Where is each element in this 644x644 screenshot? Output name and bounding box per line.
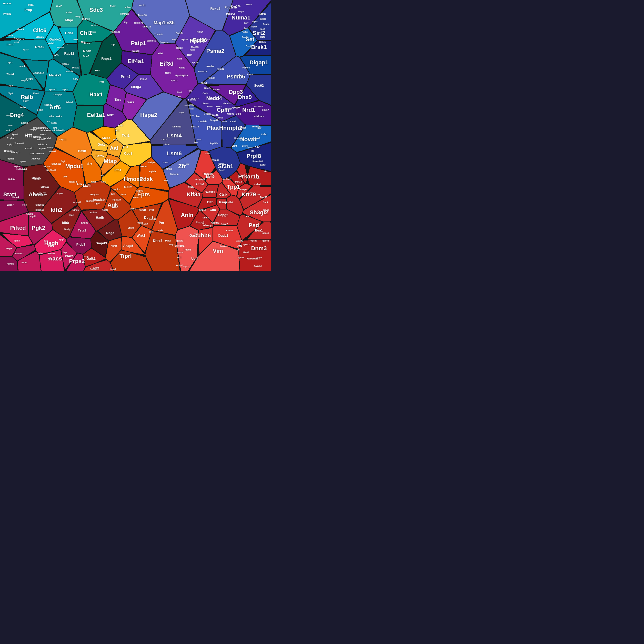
- label-vim: Vim: [213, 248, 223, 254]
- label-hmox2: Hmox2: [124, 176, 143, 182]
- extra-label-h2ke6: H2-Ke6: [3, 2, 11, 5]
- extra-label-ogt: Ogt: [61, 160, 65, 163]
- extra-label-hmrnpa2b1: Hmrnpa2b1: [254, 105, 264, 107]
- extra-label-mpi: Mpi: [63, 251, 67, 254]
- label-gabbr1: Gabbr1: [49, 37, 61, 41]
- label-srr: Srr: [87, 162, 92, 166]
- extra-label-hnrnpb: Hnrnpb: [247, 146, 253, 148]
- label-pgk2: Pgk2: [32, 225, 45, 231]
- extra-label-cul3: Cul3: [203, 92, 208, 95]
- extra-label-ahlwaat: Ahlwaat: [49, 150, 56, 152]
- extra-label-sbpd1: Sbpd1: [179, 112, 185, 114]
- extra-label-atp43h1: Atp43h1: [133, 196, 139, 198]
- extra-label-clpp: Clpp: [236, 113, 241, 115]
- label-copb1: Copb1: [218, 234, 228, 237]
- extra-label-camk4d: Camk4d: [149, 218, 156, 220]
- extra-label-agt1: Agt1: [256, 177, 260, 179]
- extra-label-map7: Map7: [169, 243, 175, 246]
- extra-label-tomm40: Tomm40: [15, 142, 24, 145]
- extra-label-cd47: Cd47: [56, 5, 62, 7]
- extra-label-crocc: Crocc: [263, 23, 269, 25]
- extra-label-hnrnpm: Hnrnpm: [234, 137, 243, 139]
- extra-label-fahd1: Fahd1: [101, 181, 106, 183]
- extra-label-slc25a11: Slc25a11: [16, 168, 24, 170]
- label-hexb: Hexb: [78, 149, 86, 153]
- extra-label-pclo: Pclo: [22, 204, 27, 206]
- extra-label-src: Src: [53, 127, 57, 129]
- extra-label-ndub10: Ndub10: [47, 146, 53, 148]
- label-pex14: Pex14: [235, 180, 242, 183]
- label-ncan: Ncan: [83, 49, 91, 53]
- extra-label-ppp2cb: Ppp2cb: [246, 4, 252, 6]
- extra-label-ptprs: Ptprs: [84, 42, 90, 45]
- label-plaa: Plaa: [207, 125, 219, 131]
- extra-label-khdrbs3: Khdrbs3: [254, 115, 264, 118]
- label-yars: Yars: [127, 100, 134, 104]
- label-mpdu1: Mpdu1: [65, 163, 84, 169]
- extra-label-mapk3: Mapk3: [21, 79, 28, 82]
- extra-label-adhv2a2: Adhv2a2: [48, 253, 55, 255]
- extra-label-ywhah: Ywhah: [254, 183, 261, 186]
- extra-label-stam: Stam: [256, 256, 262, 259]
- extra-label-ptprn2: Ptprn2: [7, 157, 14, 160]
- label-krt79: Krt79: [241, 191, 256, 198]
- extra-label-aip: Aip: [124, 21, 128, 24]
- extra-label-dlg2: Dlg2: [8, 84, 13, 87]
- extra-label-trnt1: Trnt1: [98, 81, 104, 83]
- extra-label-cldn10: Cldn10: [82, 18, 90, 20]
- extra-label-hnrpa1: Hnrpa1: [218, 163, 226, 165]
- label-htt: Htt: [24, 132, 32, 139]
- extra-label-ilf3: Ilf3: [251, 150, 254, 152]
- extra-label-gnai3: Gnai3: [17, 28, 24, 31]
- label-sdc3: Sdc3: [89, 7, 103, 13]
- label-crat: Crat: [244, 175, 248, 178]
- extra-label-hnrnpf: Hnrnpf: [238, 127, 246, 129]
- extra-label-atp6v1d: Atp6v1d: [40, 129, 49, 132]
- extra-label-gclkl: Gclkl: [111, 193, 115, 195]
- extra-label-hk1: Hk1: [48, 257, 52, 260]
- label-galk1: Galk1: [86, 257, 95, 260]
- extra-label-slc25a4: Slc25a4: [34, 193, 43, 196]
- label-homer3: Homer3: [15, 252, 24, 255]
- extra-label-trim7: Trim7: [190, 114, 195, 116]
- extra-label-hmwe1: Hmwe1: [207, 105, 213, 107]
- extra-label-plrd5: Plrd5: [164, 143, 170, 146]
- label-ralb: Ralb: [21, 94, 33, 100]
- extra-label-gria3: Gria3: [48, 42, 54, 45]
- extra-label-rpl4: Rpl4: [187, 54, 192, 56]
- extra-label-dynll2: Dynll2: [260, 196, 267, 198]
- extra-label-echs1: Echs1: [90, 211, 97, 214]
- extra-label-wfs1: Wfs1: [218, 116, 223, 119]
- extra-label-ubr4: Ubr4: [191, 257, 198, 260]
- extra-label-gstm5: Gstm5: [140, 165, 147, 168]
- extra-label-epchx2: Epchx2: [86, 200, 94, 202]
- extra-label-fbxo41: Fbxo41: [188, 98, 196, 101]
- extra-label-mapk1: Mapk1: [19, 65, 27, 68]
- extra-label-nme1: Nme1: [73, 209, 79, 211]
- extra-label-psma7: Psma7: [213, 88, 220, 91]
- label-cltb: Cltb: [207, 200, 213, 204]
- extra-label-nup93: Nup93: [132, 50, 139, 52]
- extra-label-gng7: Gng7: [23, 100, 28, 102]
- extra-label-copz2: Copz2: [188, 108, 194, 110]
- label-eprs: Eprs: [137, 191, 150, 198]
- label-eef1a1: Eef1a1: [87, 112, 105, 118]
- extra-label-gna11: Gna11: [7, 43, 14, 46]
- extra-label-gstk1: Gstk1: [113, 188, 120, 191]
- label-rab3b: Rab3b: [203, 172, 213, 176]
- label-maged1: Maged1: [6, 247, 15, 250]
- extra-label-slc4a10: Slc4a10: [41, 186, 49, 188]
- extra-label-nedd4: Nedd4: [206, 95, 222, 101]
- extra-label-iqgap2: Iqgap2: [176, 239, 183, 242]
- extra-label-snrnp200: Snrnp200: [252, 160, 263, 163]
- extra-label-hprt: Hprt: [69, 214, 74, 216]
- label-arf6: Arf6: [49, 104, 61, 110]
- extra-label-tomm5: Tomm5: [154, 33, 162, 36]
- extra-label-oplah: Oplah: [149, 170, 156, 173]
- extra-label-ppm: Ppm: [44, 240, 48, 242]
- extra-label-rpl10a: Rpl10a: [176, 32, 184, 34]
- extra-label-ddx1: Ddx1: [255, 146, 260, 148]
- extra-label-clic1: Clic1: [28, 4, 34, 6]
- extra-label-cabral: Cabral: [73, 39, 78, 41]
- extra-label-ak5: Ak5: [63, 175, 68, 178]
